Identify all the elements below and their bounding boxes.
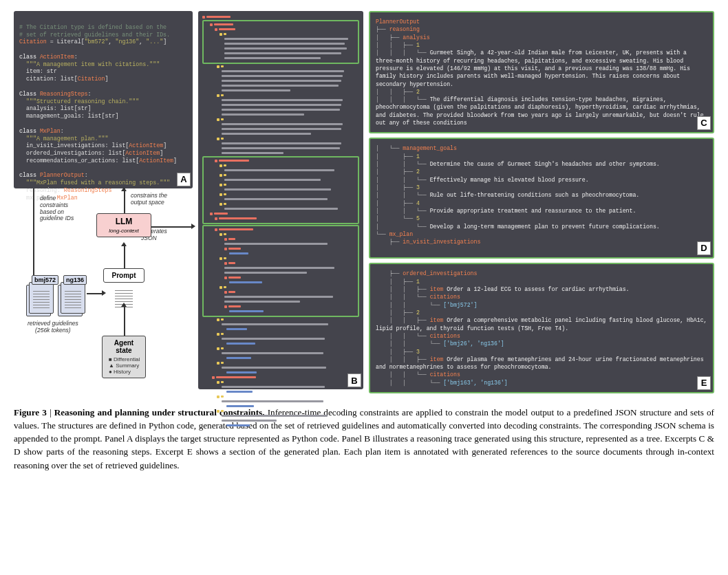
doc-bmj: bmj572 — [32, 275, 58, 285]
figure-panels: # The Citation type is defined based on … — [14, 11, 714, 393]
doc-icon — [61, 282, 85, 314]
panel-c: PlannerOutput ├── reasoning │ ├── analys… — [369, 11, 714, 133]
panel-a: # The Citation type is defined based on … — [14, 11, 193, 188]
right-column: PlannerOutput ├── reasoning │ ├── analys… — [369, 11, 714, 393]
llm-box: LLM long-context — [96, 213, 151, 237]
figure-caption: Figure 3 | Reasoning and planning under … — [14, 406, 714, 472]
flow-diagram: define constraints based on guideline ID… — [14, 188, 193, 388]
agent-item: ■ Differential — [107, 356, 141, 362]
panel-letter-d: D — [697, 241, 711, 255]
panel-letter-c: C — [697, 116, 711, 130]
code-comment: # The Citation type is defined based on … — [19, 24, 167, 30]
panel-letter-b: B — [347, 373, 361, 387]
middle-column: B — [198, 11, 363, 389]
diag-label: define constraints based on guideline ID… — [40, 195, 74, 222]
panel-letter-a: A — [177, 173, 191, 186]
panel-letter-e: E — [697, 376, 711, 390]
panel-b: B — [198, 11, 363, 389]
panel-d: │ └── management_goals │ ├── 1 │ │ └── D… — [369, 138, 714, 259]
left-column: # The Citation type is defined based on … — [14, 11, 193, 388]
diag-label: retrieved guidelines (256k tokens) — [28, 321, 78, 334]
prompt-box: Prompt — [103, 268, 144, 283]
doc-icon — [29, 282, 54, 314]
agent-state-box: Agent state ■ Differential ▲ Summary ● H… — [102, 336, 146, 378]
agent-item: ▲ Summary — [107, 362, 141, 369]
diag-label: constrains the output space — [131, 193, 167, 206]
doc-ng: ng136 — [63, 275, 87, 285]
code-comment: # set of retrieved guidelines and their … — [19, 32, 170, 38]
panel-e: ├── ordered_investigations │ ├── 1 │ │ ├… — [369, 263, 714, 393]
agent-item: ● History — [107, 369, 141, 375]
